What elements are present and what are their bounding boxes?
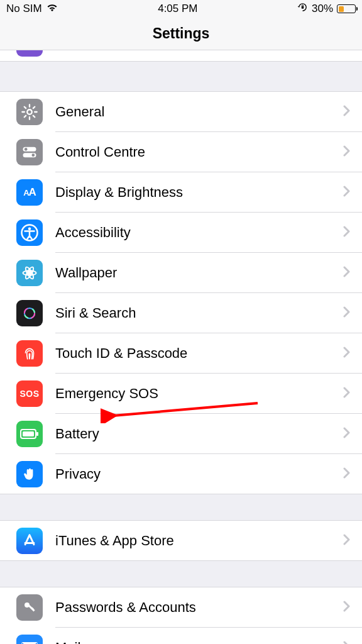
siri-icon [16, 300, 43, 326]
status-bar: No SIM 4:05 PM 30% [0, 0, 362, 18]
row-wallpaper[interactable]: Wallpaper [0, 253, 362, 293]
appstore-icon [16, 528, 43, 554]
row-general[interactable]: General [0, 92, 362, 132]
row-screen-time[interactable]: Screen Time [0, 50, 362, 62]
row-touchid[interactable]: Touch ID & Passcode [0, 333, 362, 374]
row-appstore[interactable]: iTunes & App Store [0, 521, 362, 561]
row-control-centre[interactable]: Control Centre [0, 132, 362, 172]
hourglass-icon [16, 50, 43, 57]
row-passwords[interactable]: Passwords & Accounts [0, 587, 362, 628]
chevron-right-icon [343, 387, 351, 401]
battery-percent: 30% [312, 3, 333, 15]
chevron-right-icon [343, 226, 351, 240]
row-mail[interactable]: Mail [0, 628, 362, 644]
section-gap [0, 561, 362, 587]
battery-icon [16, 421, 43, 447]
fingerprint-icon [16, 340, 43, 367]
row-label: Battery [55, 426, 338, 442]
row-label: Privacy [55, 466, 338, 482]
svg-rect-17 [23, 431, 34, 436]
aa-icon: AA [16, 179, 43, 206]
svg-point-3 [25, 148, 28, 151]
row-label: Display & Brightness [55, 184, 338, 201]
settings-group-2: iTunes & App Store [0, 521, 362, 561]
flower-icon [16, 260, 43, 286]
hand-icon [16, 461, 43, 487]
row-accessibility[interactable]: Accessibility [0, 213, 362, 253]
row-label: Emergency SOS [55, 386, 338, 402]
row-siri[interactable]: Siri & Search [0, 293, 362, 333]
row-label: Touch ID & Passcode [55, 345, 338, 362]
svg-point-7 [28, 228, 31, 231]
row-label: Passwords & Accounts [55, 599, 338, 616]
chevron-right-icon [343, 534, 351, 548]
row-label: Accessibility [55, 225, 338, 241]
row-display[interactable]: AADisplay & Brightness [0, 172, 362, 213]
key-icon [16, 594, 43, 621]
svg-point-1 [27, 109, 31, 114]
svg-point-5 [32, 153, 35, 157]
row-label: Wallpaper [55, 265, 338, 281]
battery-icon [337, 4, 356, 13]
settings-group-1: GeneralControl CentreAADisplay & Brightn… [0, 92, 362, 494]
row-battery[interactable]: Battery [0, 414, 362, 454]
settings-scroll[interactable]: Screen Time GeneralControl CentreAADispl… [0, 50, 362, 644]
wifi-icon [46, 3, 58, 15]
row-sos[interactable]: SOSEmergency SOS [0, 374, 362, 414]
chevron-right-icon [343, 467, 351, 481]
settings-group-3: Passwords & AccountsMail [0, 587, 362, 644]
section-gap [0, 62, 362, 92]
chevron-right-icon [343, 145, 351, 159]
universal-icon [16, 219, 43, 246]
chevron-right-icon [343, 306, 351, 320]
svg-rect-0 [302, 6, 304, 9]
chevron-right-icon [343, 601, 351, 614]
chevron-right-icon [343, 641, 351, 645]
chevron-right-icon [343, 266, 351, 280]
chevron-right-icon [343, 427, 351, 441]
svg-rect-18 [36, 432, 38, 436]
row-label: General [55, 104, 338, 120]
row-label: Mail [55, 640, 338, 645]
nav-bar: Settings [0, 18, 362, 50]
toggles-icon [16, 139, 43, 165]
mail-icon [16, 635, 43, 645]
row-label: iTunes & App Store [55, 533, 338, 549]
row-label: Siri & Search [55, 305, 338, 321]
page-title: Settings [153, 25, 210, 42]
chevron-right-icon [343, 105, 351, 119]
chevron-right-icon [343, 186, 351, 199]
section-gap [0, 494, 362, 521]
orientation-lock-icon [297, 2, 308, 16]
row-privacy[interactable]: Privacy [0, 454, 362, 494]
sos-icon: SOS [16, 380, 43, 407]
status-time: 4:05 PM [158, 3, 197, 15]
chevron-right-icon [343, 347, 351, 360]
row-label: Control Centre [55, 144, 338, 160]
gear-icon [16, 99, 43, 125]
carrier-text: No SIM [6, 3, 42, 15]
